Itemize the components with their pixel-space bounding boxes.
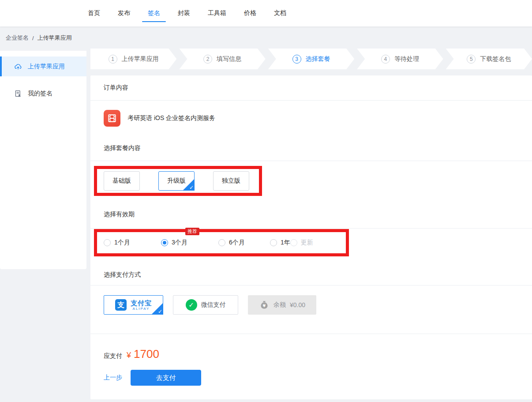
validity-option-renew: 更新 [290, 239, 313, 247]
radio-label: 6个月 [229, 239, 245, 247]
nav-item-package[interactable]: 封装 [178, 0, 190, 26]
annotation-box-validity: 推荐 1个月 3个月 6个月 1年 [94, 229, 349, 256]
previous-step-link[interactable]: 上一步 [104, 374, 122, 382]
payment-section-title: 选择支付方式 [90, 265, 532, 286]
breadcrumb-separator: / [32, 35, 34, 41]
step-5-download: 5 下载签名包 [446, 49, 532, 69]
package-option-label: 升级版 [167, 177, 186, 185]
wechat-pay-icon: ✓ [186, 299, 197, 311]
amount-due-value: 1700 [134, 347, 159, 361]
step-number: 5 [467, 55, 476, 64]
radio-icon [218, 239, 225, 246]
step-label: 选择套餐 [306, 55, 330, 63]
radio-label: 更新 [301, 239, 313, 247]
amount-due-label: 应支付 [104, 352, 122, 360]
currency-symbol: ¥ [127, 351, 131, 360]
cloud-upload-icon [14, 63, 22, 71]
wechat-label: 微信支付 [201, 301, 226, 309]
step-3-choose-plan: 3 选择套餐 [268, 49, 354, 69]
radio-icon [104, 239, 111, 246]
sidebar: 上传苹果应用 我的签名 [0, 51, 86, 269]
go-to-pay-button[interactable]: 去支付 [131, 370, 201, 386]
validity-section-title: 选择有效期 [90, 201, 532, 229]
step-number: 4 [381, 55, 390, 64]
step-label: 等待处理 [394, 55, 419, 63]
package-option-basic[interactable]: 基础版 [104, 171, 140, 191]
step-4-processing: 4 等待处理 [357, 49, 443, 69]
validity-option-1month[interactable]: 1个月 [104, 239, 161, 247]
breadcrumb-current: 上传苹果应用 [37, 34, 72, 42]
package-section-title: 选择套餐内容 [90, 136, 532, 161]
money-bag-icon: ¥ [259, 300, 270, 310]
order-card: 订单内容 考研英语 iOS 企业签名内测服务 选择套餐内容 [90, 75, 532, 399]
payment-method-alipay[interactable]: 支 支付宝 ALIPAY ✓ [104, 295, 163, 315]
app-name: 考研英语 iOS 企业签名内测服务 [127, 114, 215, 122]
balance-amount: ¥0.00 [290, 301, 305, 308]
validity-options-row: 推荐 1个月 3个月 6个月 1年 [90, 229, 532, 265]
step-number: 1 [109, 55, 117, 64]
nav-item-toolbox[interactable]: 工具箱 [208, 0, 226, 26]
breadcrumb-parent[interactable]: 企业签名 [6, 34, 29, 42]
payment-methods-row: 支 支付宝 ALIPAY ✓ ✓ 微信支付 ¥ [90, 286, 532, 334]
nav-item-docs[interactable]: 文档 [274, 0, 286, 26]
payment-method-balance: ¥ 余额 ¥0.00 [248, 295, 316, 315]
sidebar-item-my-signatures[interactable]: 我的签名 [0, 83, 86, 103]
radio-icon [161, 239, 168, 246]
annotation-box-package: 基础版 升级版 ✓ 独立版 [94, 166, 262, 196]
step-number: 3 [292, 55, 301, 64]
main-nav: 首页 发布 签名 封装 工具箱 价格 文档 [0, 0, 532, 26]
package-option-standalone[interactable]: 独立版 [213, 171, 249, 191]
checkout-area: 应支付 ¥ 1700 上一步 去支付 [90, 334, 532, 399]
nav-item-home[interactable]: 首页 [88, 0, 100, 26]
order-section-title: 订单内容 [90, 75, 532, 101]
order-app-row: 考研英语 iOS 企业签名内测服务 [90, 101, 532, 136]
sidebar-item-label: 我的签名 [28, 90, 52, 98]
alipay-sublabel: ALIPAY [133, 307, 150, 311]
step-1-upload: 1 上传苹果应用 [90, 49, 176, 69]
step-2-fill-info: 2 填写信息 [179, 49, 265, 69]
payment-method-wechat[interactable]: ✓ 微信支付 [173, 295, 238, 315]
radio-label: 3个月 [172, 239, 187, 247]
nav-item-publish[interactable]: 发布 [118, 0, 130, 26]
balance-label: 余额 [273, 301, 286, 309]
validity-option-3months[interactable]: 3个月 [161, 239, 218, 247]
top-header: 首页 发布 签名 封装 工具箱 价格 文档 [0, 0, 532, 26]
alipay-label: 支付宝 [131, 300, 152, 306]
svg-text:¥: ¥ [263, 304, 266, 308]
nav-item-signature[interactable]: 签名 [148, 0, 160, 26]
recommend-badge: 推荐 [185, 228, 199, 235]
sidebar-item-upload-app[interactable]: 上传苹果应用 [0, 56, 86, 76]
validity-option-6months[interactable]: 6个月 [218, 239, 270, 247]
amount-due-line: 应支付 ¥ 1700 [104, 347, 532, 361]
nav-item-price[interactable]: 价格 [244, 0, 256, 26]
step-number: 2 [203, 55, 212, 64]
step-label: 上传苹果应用 [122, 55, 159, 63]
step-indicator: 1 上传苹果应用 2 填写信息 3 选择套餐 4 等待处理 5 下载签名包 [90, 49, 532, 69]
sidebar-item-label: 上传苹果应用 [28, 63, 65, 71]
signature-doc-icon [14, 90, 22, 98]
radio-label: 1年 [281, 239, 290, 247]
radio-label: 1个月 [114, 239, 130, 247]
step-label: 下载签名包 [480, 55, 511, 63]
film-icon [104, 110, 120, 127]
alipay-icon: 支 [115, 299, 127, 311]
validity-option-1year[interactable]: 1年 [270, 239, 290, 247]
selected-check-icon: ✓ [151, 303, 163, 315]
page: 首页 发布 签名 封装 工具箱 价格 文档 企业签名 / 上传苹果应用 上传苹果… [0, 0, 532, 402]
alipay-wordmark: 支付宝 ALIPAY [131, 300, 152, 311]
breadcrumb: 企业签名 / 上传苹果应用 [0, 26, 532, 49]
package-options-row: 基础版 升级版 ✓ 独立版 [90, 161, 532, 201]
checkout-buttons: 上一步 去支付 [104, 370, 532, 386]
radio-icon [290, 239, 297, 246]
package-option-upgrade[interactable]: 升级版 ✓ [158, 171, 195, 191]
step-label: 填写信息 [217, 55, 241, 63]
radio-icon [270, 239, 277, 246]
